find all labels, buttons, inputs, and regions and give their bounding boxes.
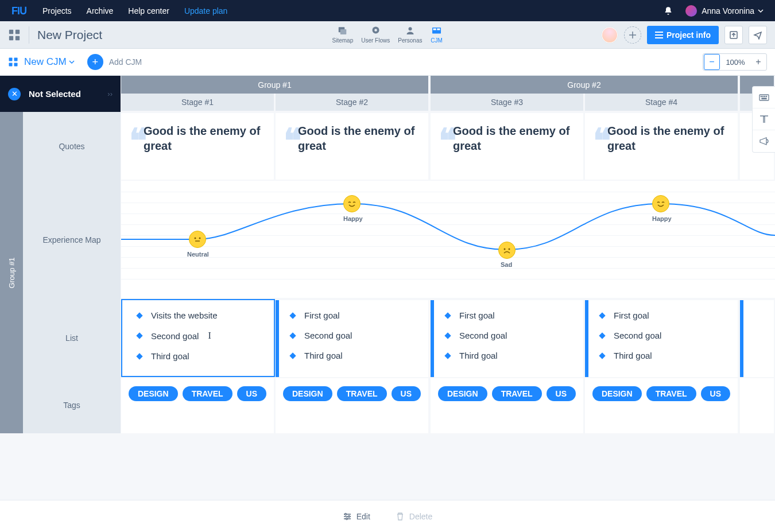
bullet-icon (136, 332, 142, 339)
svg-rect-13 (655, 34, 663, 36)
bottombar: Edit Delete (0, 500, 775, 532)
tags-cell-partial[interactable] (740, 378, 775, 433)
cjm-grid-icon[interactable] (8, 57, 18, 67)
tab-userflows[interactable]: User Flows (361, 26, 390, 44)
persona-avatar[interactable] (601, 26, 618, 44)
nav-update-plan[interactable]: Update plan (184, 6, 228, 15)
row-list-label[interactable]: List (23, 299, 121, 377)
tags-cell[interactable]: DESIGNTRAVELUS (276, 378, 429, 433)
plus-icon (629, 31, 637, 39)
share-button[interactable] (749, 26, 767, 44)
svg-rect-10 (433, 29, 436, 30)
svg-rect-0 (9, 29, 13, 33)
row-tags-label[interactable]: Tags (23, 377, 121, 433)
stage-header[interactable]: Stage #4 (585, 94, 739, 112)
quote-icon: ❝ (284, 133, 297, 169)
list-cell[interactable]: First goal Second goal Third goal (585, 299, 739, 377)
experience-map-cell[interactable]: Neutral Happy Sad Happy (121, 181, 775, 298)
tag[interactable]: US (237, 386, 266, 401)
list-item[interactable]: Visits the website (137, 310, 266, 320)
tag[interactable]: TRAVEL (646, 386, 696, 401)
list-item[interactable]: Second goal (445, 331, 575, 340)
project-info-button[interactable]: Project info (647, 26, 719, 44)
tag[interactable]: US (547, 386, 576, 401)
tag[interactable]: TRAVEL (337, 386, 387, 401)
logo[interactable]: Flᑌ (11, 5, 26, 17)
tab-cjm[interactable]: CJM (430, 26, 443, 44)
list-item[interactable]: Second goal (600, 331, 730, 340)
export-button[interactable] (724, 26, 743, 44)
tags-cell[interactable]: DESIGNTRAVELUS (121, 378, 275, 433)
neutral-emoji-icon[interactable] (189, 231, 206, 248)
happy-emoji-icon[interactable] (343, 195, 361, 212)
keyboard-tool[interactable] (753, 87, 775, 108)
cjm-title-dropdown[interactable]: New CJM (24, 56, 75, 68)
group-sidebar[interactable]: Group #1 (0, 112, 23, 433)
list-cell-selected[interactable]: Visits the website Second goalI Third go… (121, 299, 275, 377)
tag[interactable]: TRAVEL (183, 386, 232, 401)
quote-cell[interactable]: ❝Good is the enemy of great (121, 113, 275, 180)
book-tool[interactable] (753, 108, 775, 130)
apps-grid-icon[interactable] (8, 29, 21, 41)
tag[interactable]: DESIGN (438, 386, 487, 401)
edit-button[interactable]: Edit (343, 512, 370, 521)
delete-button[interactable]: Delete (396, 512, 432, 521)
nav-projects[interactable]: Projects (42, 6, 72, 15)
happy-emoji-icon[interactable] (652, 195, 669, 212)
tag[interactable]: US (701, 386, 730, 401)
list-item[interactable]: First goal (445, 310, 575, 320)
list-item[interactable]: Second goal (290, 331, 420, 340)
project-title[interactable]: New Project (37, 28, 102, 42)
user-menu[interactable]: Anna Voronina (685, 5, 764, 17)
tag[interactable]: US (392, 386, 421, 401)
user-name: Anna Voronina (702, 6, 754, 15)
bell-icon[interactable] (664, 6, 673, 15)
sad-emoji-icon[interactable] (498, 242, 516, 259)
zoom-out-button[interactable]: − (704, 54, 720, 70)
list-cell[interactable]: First goal Second goal Third goal (431, 299, 584, 377)
list-item[interactable]: Third goal (445, 351, 575, 360)
expand-chevron-icon[interactable]: ›› (107, 90, 113, 98)
trash-icon (396, 512, 405, 521)
userflows-icon (369, 26, 382, 36)
nav-helpcenter[interactable]: Help center (128, 6, 169, 15)
tags-cell[interactable]: DESIGNTRAVELUS (585, 378, 739, 433)
list-cell[interactable]: First goal Second goal Third goal (276, 299, 429, 377)
stage-header[interactable]: Stage #3 (431, 94, 584, 112)
group-header[interactable]: Group #2 (431, 76, 739, 94)
group-header[interactable]: Group #1 (121, 76, 429, 94)
list-item[interactable]: Third goal (290, 351, 420, 360)
list-item[interactable]: First goal (290, 310, 420, 320)
svg-rect-19 (14, 63, 18, 67)
announce-tool[interactable] (753, 130, 775, 152)
list-item[interactable]: Third goal (600, 351, 730, 360)
stage-header[interactable]: Stage #1 (121, 94, 275, 112)
zoom-in-button[interactable]: + (750, 54, 766, 70)
tab-sitemap[interactable]: Sitemap (332, 26, 354, 44)
tag[interactable]: DESIGN (129, 386, 178, 401)
list-cell-partial[interactable] (740, 299, 775, 377)
tags-cell[interactable]: DESIGNTRAVELUS (431, 378, 584, 433)
quote-cell[interactable]: ❝Good is the enemy of great (431, 113, 584, 180)
list-item[interactable]: Third goal (137, 351, 266, 361)
share-icon (753, 30, 762, 40)
tag[interactable]: TRAVEL (492, 386, 542, 401)
tag[interactable]: DESIGN (592, 386, 642, 401)
list-item[interactable]: Second goalI (137, 331, 266, 341)
list-item[interactable]: First goal (600, 310, 730, 320)
stage-header[interactable]: Stage #2 (276, 94, 429, 112)
deselect-persona-button[interactable]: ✕ (8, 88, 21, 100)
row-quotes-label[interactable]: Quotes (23, 112, 121, 181)
tag[interactable]: DESIGN (283, 386, 332, 401)
chevron-down-icon (69, 59, 75, 65)
quote-cell[interactable]: ❝Good is the enemy of great (276, 113, 429, 180)
text-cursor: I (208, 331, 211, 341)
quote-icon: ❝ (439, 133, 452, 169)
row-exp-label[interactable]: Experience Map (23, 181, 121, 299)
add-persona-button[interactable] (624, 26, 641, 44)
tab-personas[interactable]: Personas (398, 26, 422, 44)
nav-archive[interactable]: Archive (87, 6, 114, 15)
add-cjm-button[interactable]: + Add CJM (87, 54, 142, 70)
cjm-icon (430, 26, 443, 36)
quote-cell[interactable]: ❝Good is the enemy of great (585, 113, 739, 180)
